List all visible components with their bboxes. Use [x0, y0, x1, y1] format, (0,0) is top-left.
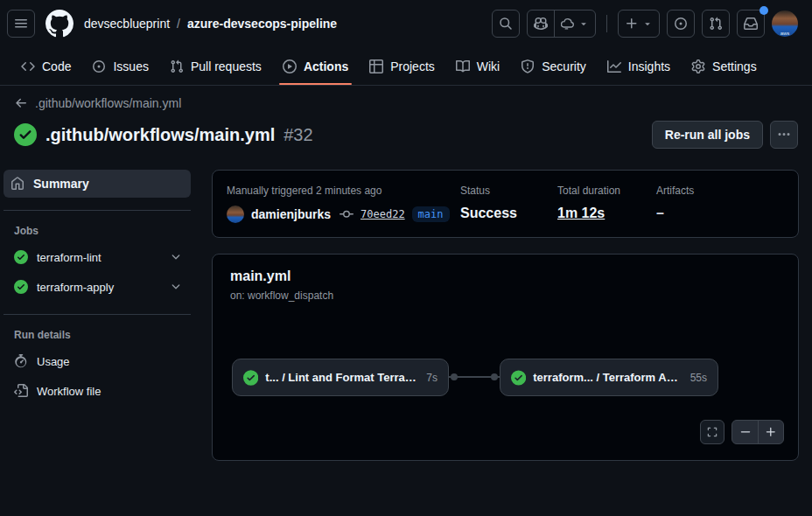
zoom-controls: [732, 420, 784, 444]
breadcrumb-org[interactable]: devsecblueprint: [84, 17, 170, 31]
chevron-down-icon[interactable]: [170, 281, 182, 293]
github-mark-icon: [46, 10, 74, 38]
run-kebab-button[interactable]: [770, 121, 798, 149]
book-icon: [456, 59, 470, 73]
chevron-down-icon[interactable]: [170, 251, 182, 263]
breadcrumb-repo[interactable]: azure-devsecops-pipeline: [187, 17, 337, 31]
zoom-out-button[interactable]: [732, 421, 758, 443]
sidebar-summary-label: Summary: [33, 177, 89, 191]
actor-avatar[interactable]: [227, 206, 244, 223]
hamburger-icon: [14, 17, 28, 31]
status-value: Success: [460, 206, 557, 221]
arrow-left-icon: [14, 96, 28, 110]
caret-down-icon: [578, 18, 589, 29]
kebab-horizontal-icon: [777, 128, 791, 142]
breadcrumb: devsecblueprint / azure-devsecops-pipeli…: [84, 17, 337, 31]
issues-button[interactable]: [667, 10, 695, 38]
tab-projects-label: Projects: [390, 59, 435, 73]
rerun-all-jobs-button[interactable]: Re-run all jobs: [652, 121, 763, 149]
zoom-in-button[interactable]: [758, 421, 783, 443]
play-icon: [283, 59, 297, 73]
sidebar-item-usage[interactable]: Usage: [4, 346, 191, 376]
cloud-icon: [561, 17, 575, 31]
fit-to-view-button[interactable]: [700, 420, 724, 444]
artifacts-label: Artifacts: [656, 185, 694, 197]
header-divider: [606, 15, 607, 32]
tab-pull-requests[interactable]: Pull requests: [161, 47, 270, 85]
run-summary-card: Manually triggered 2 minutes ago damienj…: [212, 170, 799, 238]
trigger-info: Manually triggered 2 minutes ago damienj…: [227, 185, 460, 223]
sidebar-item-workflow-file[interactable]: Workflow file: [4, 376, 191, 406]
tab-actions[interactable]: Actions: [274, 47, 357, 85]
check-circle-icon: [14, 123, 37, 146]
issue-opened-icon: [674, 17, 688, 31]
run-number: #32: [284, 125, 312, 145]
artifacts-value: –: [656, 206, 694, 221]
job-name: terraform-apply: [37, 281, 114, 294]
user-avatar[interactable]: aws: [772, 10, 798, 37]
check-circle-icon: [511, 370, 526, 386]
check-circle-icon: [14, 250, 28, 264]
graph-edge-dot: [491, 373, 498, 380]
status-column: Status Success: [460, 185, 557, 223]
sidebar-job-terraform-lint[interactable]: terraform-lint: [4, 242, 191, 272]
actor-row: damienjburks 70eed22 main: [227, 206, 460, 223]
avatar-shirt-text: aws: [780, 30, 790, 37]
graph-edge-dot: [451, 373, 458, 380]
run-actions: Re-run all jobs: [652, 121, 798, 149]
git-pull-request-icon: [709, 17, 723, 31]
github-logo[interactable]: [46, 10, 74, 38]
pull-requests-button[interactable]: [702, 10, 730, 38]
table-icon: [369, 59, 383, 73]
workflow-file-name: main.yml: [230, 268, 784, 284]
artifacts-column: Artifacts –: [656, 185, 694, 223]
git-pull-request-icon: [170, 59, 184, 73]
home-icon: [10, 177, 24, 191]
tab-code-label: Code: [42, 59, 71, 73]
tab-settings-label: Settings: [712, 59, 757, 73]
search-button[interactable]: [492, 10, 520, 38]
tab-security[interactable]: Security: [512, 47, 595, 85]
tab-insights[interactable]: Insights: [598, 47, 679, 85]
code-icon: [21, 59, 35, 73]
stopwatch-icon: [14, 354, 28, 368]
tab-actions-label: Actions: [304, 59, 348, 73]
hamburger-menu-button[interactable]: [7, 10, 35, 38]
branch-badge[interactable]: main: [412, 206, 450, 222]
create-new-button[interactable]: [618, 10, 660, 38]
main-column: Manually triggered 2 minutes ago damienj…: [212, 170, 799, 461]
check-circle-icon: [243, 370, 258, 386]
workflow-graph-card: main.yml on: workflow_dispatch t... / Li…: [212, 254, 799, 461]
duration-value[interactable]: 1m 12s: [557, 206, 656, 221]
tab-projects[interactable]: Projects: [360, 47, 444, 85]
sidebar: Summary Jobs terraform-lint terraform-ap…: [4, 170, 191, 461]
tab-issues[interactable]: Issues: [83, 47, 157, 85]
workflow-file-label: Workflow file: [37, 385, 101, 398]
sidebar-item-summary[interactable]: Summary: [4, 170, 191, 198]
commit-sha-link[interactable]: 70eed22: [360, 208, 405, 220]
git-commit-icon: [340, 207, 354, 221]
copilot-button-group: [527, 10, 596, 38]
plus-icon: [625, 17, 639, 31]
notifications-wrap: [737, 10, 765, 38]
tab-code[interactable]: Code: [12, 47, 80, 85]
plus-icon: [765, 426, 777, 438]
duration-column: Total duration 1m 12s: [557, 185, 656, 223]
actor-name[interactable]: damienjburks: [251, 207, 331, 221]
node-duration: 55s: [690, 372, 707, 384]
caret-down-icon: [642, 18, 653, 29]
tab-issues-label: Issues: [113, 59, 148, 73]
sidebar-divider: [4, 314, 191, 315]
tab-wiki[interactable]: Wiki: [447, 47, 508, 85]
copilot-agents-dropdown[interactable]: [554, 10, 595, 37]
check-circle-icon: [14, 280, 28, 294]
graph-node-terraform-lint[interactable]: t... / Lint and Format Terrafo... 7s: [232, 359, 449, 396]
tab-settings[interactable]: Settings: [682, 47, 766, 85]
back-to-workflow-link[interactable]: .github/workflows/main.yml: [14, 96, 181, 110]
run-title: .github/workflows/main.yml: [46, 125, 275, 145]
sidebar-job-terraform-apply[interactable]: terraform-apply: [4, 272, 191, 302]
graph-node-terraform-apply[interactable]: terraform... / Terraform Apply 55s: [500, 359, 718, 396]
copilot-button[interactable]: [528, 10, 554, 37]
gear-icon: [691, 59, 705, 73]
tab-insights-label: Insights: [628, 59, 670, 73]
